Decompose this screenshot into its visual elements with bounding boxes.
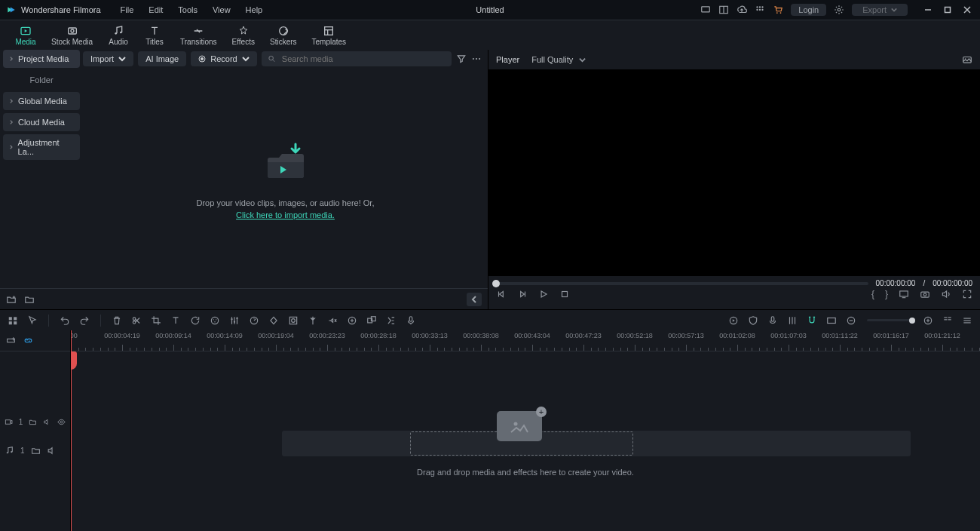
mute-icon[interactable] (43, 417, 51, 427)
delete-button[interactable] (112, 315, 122, 326)
folder-icon[interactable] (24, 294, 35, 305)
effect-fx-icon[interactable] (386, 315, 397, 326)
tab-titles[interactable]: Titles (136, 23, 173, 48)
sidebar-item-adjustment-layer[interactable]: Adjustment La... (3, 134, 80, 160)
folder-small-icon[interactable] (31, 446, 41, 456)
sidebar-item-folder[interactable]: Folder (3, 71, 80, 89)
window-close-button[interactable] (960, 3, 974, 17)
tab-audio[interactable]: Audio (100, 23, 136, 48)
screen-icon[interactable] (700, 5, 711, 15)
prev-frame-button[interactable] (496, 289, 507, 299)
seek-slider[interactable] (496, 282, 868, 285)
stop-button[interactable] (559, 289, 570, 299)
audio-track-header[interactable]: 1 (0, 436, 70, 465)
fullscreen-button[interactable] (962, 289, 972, 299)
marker-icon[interactable] (308, 315, 318, 326)
play-button[interactable] (538, 289, 549, 299)
zoom-slider[interactable] (867, 319, 912, 321)
preview-canvas[interactable] (488, 69, 980, 276)
mask-icon[interactable] (288, 315, 299, 326)
timeline-menu-icon[interactable] (962, 315, 972, 326)
visibility-icon[interactable] (57, 417, 66, 427)
folder-small-icon[interactable] (29, 417, 37, 427)
group-icon[interactable] (366, 315, 377, 326)
tab-media[interactable]: Media (8, 23, 44, 48)
add-track-icon[interactable] (6, 336, 16, 345)
zoom-out-button[interactable] (846, 315, 856, 326)
sidebar-item-cloud-media[interactable]: Cloud Media (3, 113, 80, 131)
settings-gear-icon[interactable] (834, 5, 844, 15)
shield-icon[interactable] (748, 315, 758, 326)
window-maximize-button[interactable] (941, 3, 954, 17)
volume-button[interactable] (941, 289, 951, 299)
tab-transitions[interactable]: Transitions (173, 23, 225, 48)
snapshot-icon[interactable] (962, 54, 972, 65)
video-track-header[interactable]: 1 (0, 407, 70, 436)
add-media-placeholder[interactable]: + (497, 411, 542, 441)
cart-icon[interactable] (773, 5, 783, 15)
export-button[interactable]: Export (852, 4, 908, 16)
menu-tools[interactable]: Tools (172, 4, 204, 16)
collapse-sidebar-button[interactable] (467, 293, 482, 306)
playhead[interactable] (71, 330, 72, 531)
playback-quality-dropdown[interactable]: Full Quality (531, 55, 586, 64)
svg-point-18 (120, 31, 122, 33)
link-tracks-icon[interactable] (23, 336, 33, 345)
mic-icon[interactable] (767, 315, 778, 326)
color-icon[interactable] (210, 315, 220, 326)
chroma-key-icon[interactable] (347, 315, 357, 326)
timeline-ruler[interactable]: 0:0000:00:04:1900:00:09:1400:00:14:0900:… (71, 330, 980, 351)
media-drop-area[interactable]: Drop your video clips, images, or audio … (83, 69, 488, 288)
sidebar-item-global-media[interactable]: Global Media (3, 92, 80, 110)
select-tool-icon[interactable] (27, 315, 38, 326)
keyframe-icon[interactable] (268, 315, 279, 326)
import-button[interactable]: Import (83, 51, 133, 66)
crop-button[interactable] (151, 315, 161, 326)
apps-icon[interactable] (755, 5, 765, 15)
tab-templates[interactable]: Templates (305, 23, 354, 48)
import-media-link[interactable]: Click here to import media. (236, 210, 335, 219)
sidebar-item-project-media[interactable]: Project Media (3, 50, 80, 68)
tab-stickers[interactable]: Stickers (262, 23, 305, 48)
mark-out-button[interactable]: } (885, 289, 888, 299)
text-tool-icon[interactable] (170, 315, 181, 326)
timeline-body[interactable]: 0:0000:00:04:1900:00:09:1400:00:14:0900:… (71, 330, 980, 531)
search-input[interactable] (280, 54, 446, 64)
filter-icon[interactable] (456, 54, 467, 64)
redo-button[interactable] (79, 315, 90, 326)
window-minimize-button[interactable] (921, 3, 935, 17)
split-button[interactable] (131, 315, 142, 326)
snap-toggle-icon[interactable] (807, 315, 817, 326)
zoom-in-button[interactable] (923, 315, 933, 326)
rotate-icon[interactable] (190, 315, 201, 326)
mark-in-button[interactable]: { (871, 289, 874, 299)
cloud-upload-icon[interactable] (737, 5, 747, 15)
timeline-view-icon[interactable] (8, 315, 18, 326)
adjust-icon[interactable] (229, 315, 240, 326)
record-voiceover-icon[interactable] (406, 315, 416, 326)
next-frame-button[interactable] (517, 289, 528, 299)
layout-icon[interactable] (718, 5, 729, 15)
menu-view[interactable]: View (207, 4, 237, 16)
player-display-button[interactable] (899, 289, 909, 299)
menu-edit[interactable]: Edit (142, 4, 169, 16)
timeline-drop-area[interactable]: + Drag and drop media and effects here t… (71, 351, 980, 465)
record-button[interactable]: Record (191, 51, 256, 66)
menu-file[interactable]: File (115, 4, 140, 16)
new-folder-icon[interactable] (6, 294, 17, 305)
undo-button[interactable] (60, 315, 70, 326)
mute-icon[interactable] (47, 446, 57, 456)
menu-help[interactable]: Help (240, 4, 269, 16)
ai-image-button[interactable]: AI Image (138, 51, 186, 66)
audio-detach-icon[interactable] (327, 315, 338, 326)
camera-icon[interactable] (920, 289, 930, 299)
zoom-fit-button[interactable] (942, 315, 953, 326)
aspect-ratio-icon[interactable] (826, 315, 837, 326)
login-button[interactable]: Login (791, 4, 826, 16)
more-icon[interactable] (471, 54, 482, 64)
tab-stock-media[interactable]: Stock Media (44, 23, 100, 48)
speed-icon[interactable] (249, 315, 259, 326)
tab-effects[interactable]: Effects (225, 23, 262, 48)
mixer-icon[interactable] (787, 315, 798, 326)
render-preview-icon[interactable] (728, 315, 739, 326)
